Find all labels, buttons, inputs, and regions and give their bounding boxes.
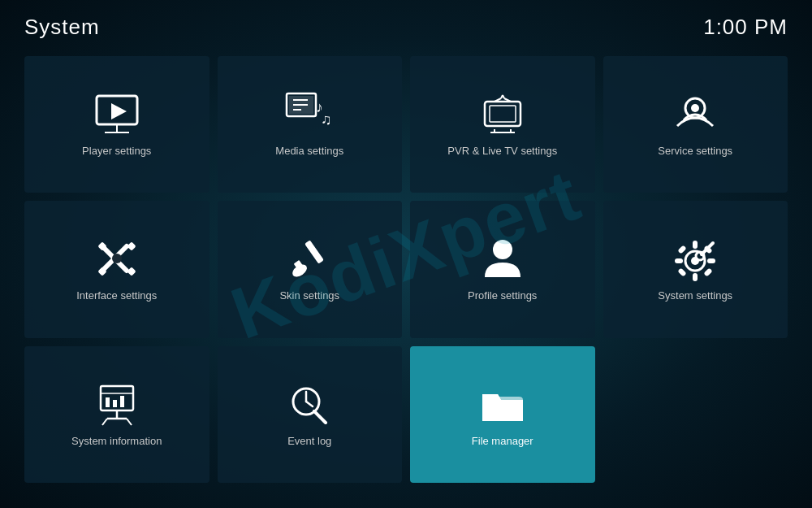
- system-settings-label: System settings: [658, 289, 732, 302]
- tile-player-settings[interactable]: Player settings: [24, 56, 209, 193]
- system-information-label: System information: [71, 435, 162, 447]
- svg-rect-29: [127, 267, 136, 276]
- media-icon: ♪ ♫: [285, 92, 334, 137]
- file-manager-label: File manager: [472, 435, 533, 447]
- file-manager-icon: [478, 382, 527, 427]
- svg-line-17: [503, 95, 504, 98]
- tile-service-settings[interactable]: Service settings: [603, 56, 788, 193]
- event-log-label: Event log: [287, 435, 331, 447]
- svg-rect-13: [490, 106, 516, 122]
- settings-grid: Player settings ♪ ♫ Media settings PVR &…: [0, 48, 812, 499]
- tile-event-log[interactable]: Event log: [218, 346, 403, 483]
- interface-icon: [93, 237, 141, 281]
- profile-settings-label: Profile settings: [468, 289, 537, 302]
- tile-system-information[interactable]: System information: [24, 346, 209, 483]
- svg-point-25: [112, 254, 122, 263]
- page-title: System: [24, 15, 100, 40]
- player-icon: [93, 92, 141, 137]
- svg-rect-27: [127, 242, 136, 251]
- tile-pvr-settings[interactable]: PVR & Live TV settings: [410, 56, 595, 193]
- svg-line-53: [127, 419, 132, 425]
- pvr-icon: [478, 92, 527, 137]
- svg-rect-39: [678, 245, 687, 254]
- profile-icon: [478, 237, 527, 281]
- clock: 1:00 PM: [703, 15, 788, 40]
- svg-rect-42: [704, 268, 713, 277]
- system-info-icon: [93, 382, 141, 427]
- system-settings-icon: [671, 237, 719, 281]
- svg-rect-41: [678, 268, 687, 277]
- player-settings-label: Player settings: [82, 145, 151, 157]
- svg-point-33: [493, 240, 512, 259]
- header: System 1:00 PM: [0, 0, 812, 48]
- svg-rect-30: [304, 241, 324, 264]
- pvr-settings-label: PVR & Live TV settings: [447, 145, 557, 157]
- tile-interface-settings[interactable]: Interface settings: [24, 201, 209, 337]
- tile-empty: [603, 346, 788, 483]
- service-icon: [671, 92, 719, 137]
- service-settings-label: Service settings: [658, 145, 732, 157]
- event-log-icon: [285, 382, 334, 427]
- svg-text:♫: ♫: [321, 111, 332, 128]
- media-settings-label: Media settings: [275, 145, 343, 157]
- svg-point-44: [696, 252, 704, 260]
- svg-rect-48: [113, 400, 117, 407]
- svg-line-52: [102, 419, 107, 425]
- tile-skin-settings[interactable]: Skin settings: [218, 201, 403, 337]
- svg-rect-37: [675, 258, 683, 263]
- svg-marker-1: [111, 103, 127, 119]
- tile-system-settings[interactable]: System settings: [603, 201, 788, 337]
- svg-point-58: [313, 410, 316, 413]
- tile-profile-settings[interactable]: Profile settings: [410, 201, 595, 337]
- svg-rect-47: [106, 397, 110, 407]
- interface-settings-label: Interface settings: [76, 289, 157, 302]
- tile-file-manager[interactable]: File manager: [410, 346, 595, 483]
- skin-settings-label: Skin settings: [279, 289, 339, 302]
- svg-rect-35: [693, 241, 698, 249]
- svg-rect-36: [693, 273, 698, 281]
- svg-point-22: [691, 104, 699, 112]
- svg-rect-38: [707, 258, 715, 263]
- svg-rect-49: [120, 396, 124, 407]
- tile-media-settings[interactable]: ♪ ♫ Media settings: [218, 56, 403, 193]
- skin-icon: [285, 237, 334, 281]
- svg-line-57: [314, 411, 326, 423]
- svg-line-56: [306, 402, 313, 406]
